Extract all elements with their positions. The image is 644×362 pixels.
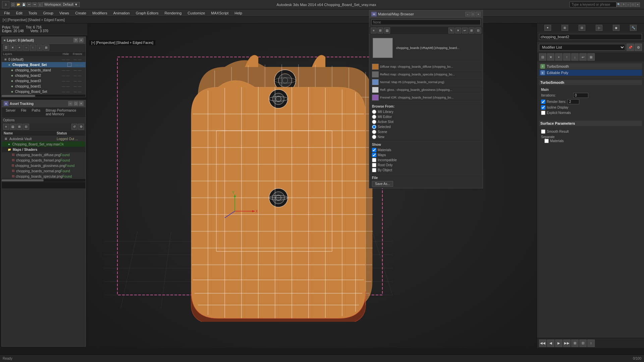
rt-tool6[interactable]: ⊟ bbox=[579, 340, 587, 347]
asset-tab-bitmap[interactable]: Bitmap Performance and Memory bbox=[43, 108, 84, 117]
asset-tab-paths[interactable]: Paths bbox=[29, 108, 43, 117]
mod-tool4[interactable]: ↑ bbox=[563, 53, 571, 61]
mat-browser-close[interactable]: × bbox=[476, 12, 481, 16]
mod-tool2[interactable]: ✕ bbox=[547, 53, 554, 61]
layer-row-board3[interactable]: ◆ chopping_board3 — — — — bbox=[2, 78, 86, 83]
mat-browser-restore[interactable]: □ bbox=[471, 12, 475, 16]
menu-views[interactable]: Views bbox=[57, 10, 72, 16]
menu-customize[interactable]: Customize bbox=[185, 10, 208, 16]
menu-edit[interactable]: Edit bbox=[13, 10, 25, 16]
asset-row-maps-folder[interactable]: 📁 Maps / Shaders bbox=[2, 147, 86, 152]
mat-view-btn3[interactable]: ▤ bbox=[384, 27, 390, 34]
mod-tool5[interactable]: ↓ bbox=[571, 53, 579, 61]
new-btn[interactable]: ▢ bbox=[11, 2, 15, 7]
search-btn[interactable]: 🔍 bbox=[616, 2, 621, 7]
close-btn[interactable]: × bbox=[635, 2, 640, 7]
mat-item-normal[interactable]: Normal: Map #5 (chopping_boards_normal.p… bbox=[371, 78, 481, 86]
rs-tool-motion[interactable]: ▷ bbox=[596, 25, 602, 31]
mat-tool2[interactable]: ✕ bbox=[455, 27, 461, 34]
asset-restore-btn[interactable]: □ bbox=[73, 101, 78, 106]
show-incompatible-check[interactable] bbox=[372, 158, 376, 162]
layer-tool-move[interactable]: → bbox=[23, 45, 29, 51]
modifier-turbosmooth[interactable]: T TurboSmooth bbox=[539, 63, 642, 69]
menu-animation[interactable]: Animation bbox=[111, 10, 132, 16]
search-input[interactable] bbox=[570, 2, 616, 7]
mat-tool3[interactable]: ↩ bbox=[462, 27, 468, 34]
rt-tool5[interactable]: ⊞ bbox=[571, 340, 579, 347]
undo-btn[interactable]: ↩ bbox=[27, 2, 32, 7]
layer-row-board2[interactable]: ◆ chopping_board2 — — — — bbox=[2, 73, 86, 78]
rs-tool-create[interactable]: ✦ bbox=[544, 25, 551, 31]
menu-rendering[interactable]: Rendering bbox=[162, 10, 184, 16]
asset-row-specular[interactable]: 🖼 chopping_boards_specular.png Found bbox=[2, 174, 86, 179]
layer-tool-down[interactable]: ↓ bbox=[37, 45, 43, 51]
rt-tool7[interactable]: ↕ bbox=[587, 340, 595, 347]
asset-row-normal[interactable]: 🖼 chopping_boards_normal.png Found bbox=[2, 168, 86, 174]
menu-graph-editors[interactable]: Graph Editors bbox=[133, 10, 161, 16]
redo-btn[interactable]: ↪ bbox=[32, 2, 37, 7]
rs-tool-display[interactable]: ◉ bbox=[613, 25, 620, 31]
rt-tool1[interactable]: ◀◀ bbox=[539, 340, 546, 347]
asset-close-btn[interactable]: × bbox=[79, 101, 84, 106]
browse-selected-radio[interactable] bbox=[372, 125, 376, 129]
menu-modifiers[interactable]: Modifiers bbox=[90, 10, 110, 16]
mat-tool4[interactable]: ⊞ bbox=[469, 27, 475, 34]
mat-item-glossiness[interactable]: Refl. gloss.: chopping_boards_glossiness… bbox=[371, 86, 481, 94]
asset-row-glossiness[interactable]: 🖼 chopping_boards_glossiness.png Found bbox=[2, 163, 86, 168]
render-iters-check[interactable] bbox=[541, 100, 545, 104]
show-materials-check[interactable] bbox=[372, 148, 376, 152]
layer-tool-expand[interactable]: ⊞ bbox=[43, 45, 49, 51]
asset-horizontal-scrollbar[interactable] bbox=[2, 179, 86, 182]
modifier-list-dropdown[interactable]: Modifier List bbox=[539, 44, 625, 51]
modifier-config-btn[interactable]: ⚙ bbox=[635, 44, 642, 51]
layer-row-stand[interactable]: ◆ chopping_boards_stand — — — — bbox=[2, 67, 86, 73]
browse-mtl-editor-radio[interactable] bbox=[372, 115, 376, 119]
layer-visibility-box[interactable] bbox=[67, 63, 71, 67]
layer-tool-up[interactable]: ↑ bbox=[30, 45, 36, 51]
menu-help[interactable]: Help bbox=[232, 10, 245, 16]
menu-file[interactable]: File bbox=[1, 10, 13, 16]
asset-tab-file[interactable]: File bbox=[18, 108, 29, 117]
open-btn[interactable]: 📂 bbox=[16, 2, 21, 7]
asset-settings-btn[interactable]: ⚙ bbox=[78, 124, 84, 130]
mod-tool6[interactable]: ↩ bbox=[579, 53, 587, 61]
rs-tool-utilities[interactable]: 🔧 bbox=[630, 25, 637, 31]
asset-minimize-btn[interactable]: – bbox=[68, 101, 73, 106]
asset-row-vault[interactable]: 🏛 Autodesk Vault Logged Out ... bbox=[2, 136, 86, 141]
layer-scroll-thumb[interactable] bbox=[2, 95, 35, 97]
menu-create[interactable]: Create bbox=[72, 10, 89, 16]
mat-save-as-button[interactable]: Save As... bbox=[372, 181, 393, 187]
menu-tools[interactable]: Tools bbox=[26, 10, 40, 16]
layer-tool-delete[interactable]: ✕ bbox=[10, 45, 16, 51]
minimize-btn[interactable]: – bbox=[626, 2, 631, 7]
layer-help-btn[interactable]: ? bbox=[73, 38, 78, 43]
show-root-only-check[interactable] bbox=[372, 163, 376, 167]
browse-new-radio[interactable] bbox=[372, 135, 376, 139]
asset-row-maxfile[interactable]: ■ Chopping_Board_Set_vray.max Ok bbox=[2, 141, 86, 147]
isoline-check[interactable] bbox=[541, 105, 545, 110]
menu-group[interactable]: Group bbox=[40, 10, 56, 16]
layer-close-btn[interactable]: × bbox=[79, 38, 84, 43]
show-maps-check[interactable] bbox=[372, 153, 376, 157]
mat-item-diffuse[interactable]: Diffuse map: chopping_boards_diffuse (ch… bbox=[371, 63, 481, 71]
mat-tool1[interactable]: ✎ bbox=[448, 27, 454, 34]
mat-tool5[interactable]: ⊟ bbox=[475, 27, 481, 34]
layer-row-board1[interactable]: ◆ chopping_board1 — — — — bbox=[2, 83, 86, 89]
rs-tool-hierarchy[interactable]: ⊟ bbox=[579, 25, 585, 31]
modifier-pin-btn[interactable]: 📌 bbox=[627, 44, 634, 51]
browse-active-slot-radio[interactable] bbox=[372, 120, 376, 124]
show-by-object-check[interactable] bbox=[372, 168, 376, 172]
rt-tool3[interactable]: ▶ bbox=[555, 340, 562, 347]
render-iters-input[interactable] bbox=[568, 99, 579, 104]
mod-tool3[interactable]: + bbox=[555, 53, 562, 61]
object-name-input[interactable] bbox=[539, 34, 642, 40]
asset-tool2[interactable]: ▤ bbox=[10, 124, 16, 130]
mat-search-input[interactable] bbox=[371, 19, 481, 25]
workspace-dropdown[interactable]: Workspace: Default ▼ bbox=[42, 2, 80, 7]
rt-tool4[interactable]: ▶▶ bbox=[563, 340, 571, 347]
mat-item-reflect[interactable]: Reflect map: chopping_boards_specula (ch… bbox=[371, 71, 481, 78]
save-btn[interactable]: 💾 bbox=[21, 2, 26, 7]
asset-tool3[interactable]: ⊞ bbox=[16, 124, 22, 130]
maximize-btn[interactable]: □ bbox=[631, 2, 635, 7]
modifier-editable-poly[interactable]: E Editable Poly bbox=[539, 70, 642, 76]
